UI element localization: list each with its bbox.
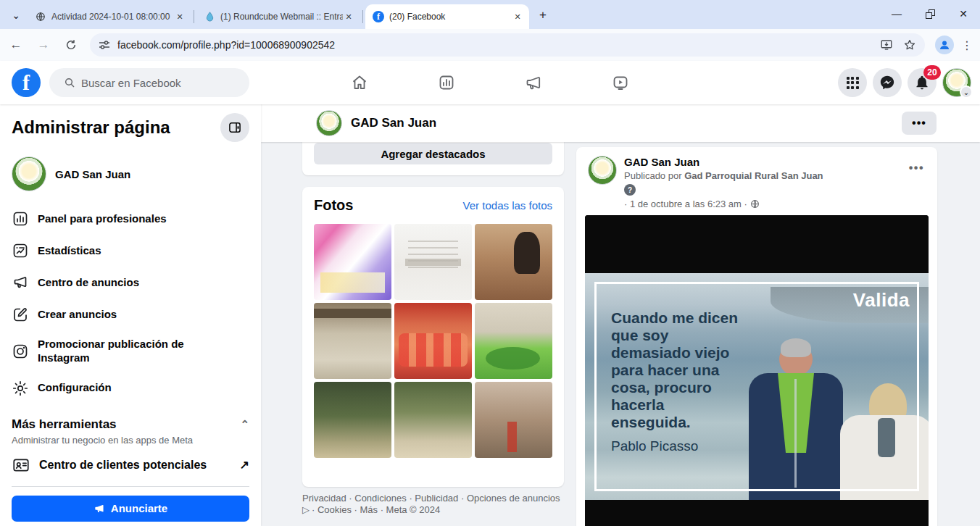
facebook-header-right: 20 ⌄ [838, 68, 971, 97]
window-controls: — ✕ [880, 0, 980, 28]
photo-thumbnail[interactable] [314, 224, 391, 300]
sidebar-item-label: Promocionar publicación de Instagram [38, 338, 219, 365]
url-text[interactable]: facebook.com/profile.php?id=100068900902… [117, 39, 880, 51]
create-pencil-icon [12, 306, 29, 323]
photos-title: Fotos [314, 197, 353, 214]
new-tab-button[interactable]: + [533, 6, 552, 25]
facebook-logo[interactable]: f [12, 68, 41, 97]
browser-profile-avatar[interactable] [935, 36, 954, 54]
sidebar-item-promocionar-instagram[interactable]: Promocionar publicación de Instagram [12, 330, 249, 372]
install-app-icon[interactable] [880, 38, 893, 51]
messenger-button[interactable] [873, 68, 902, 97]
bookmark-star-icon[interactable] [903, 38, 916, 51]
see-all-photos-link[interactable]: Ver todas las fotos [463, 199, 552, 212]
photos-card: Fotos Ver todas las fotos [302, 187, 564, 487]
post-author-name[interactable]: GAD San Juan [624, 156, 823, 168]
post-timestamp[interactable]: · 1 de octubre a las 6:23 am · [624, 199, 747, 209]
more-tools-section: Más herramientas ⌃ Administrar tu negoci… [12, 417, 249, 475]
tab-separator [362, 10, 363, 23]
tab-actividad[interactable]: Actividad 2024-10-01 08:00:00 ✕ [28, 4, 191, 29]
sidebar-item-configuracion[interactable]: Configuración [12, 372, 249, 404]
apps-menu-button[interactable] [838, 68, 867, 97]
close-window-button[interactable]: ✕ [947, 0, 980, 28]
question-badge-icon[interactable]: ? [624, 184, 636, 196]
tab-close-icon[interactable]: ✕ [174, 11, 186, 22]
admin-sidebar: Administrar página GAD San Juan Panel pa… [0, 104, 261, 526]
profile-avatar[interactable]: ⌄ [942, 68, 971, 97]
photo-thumbnail[interactable] [475, 224, 552, 300]
forward-button[interactable]: → [32, 33, 55, 57]
browser-toolbar: ← → facebook.com/profile.php?id=10006890… [0, 29, 980, 61]
external-link-icon: ↗ [240, 458, 249, 472]
post-card: GAD San Juan Publicado por Gad Parroquia… [576, 147, 937, 526]
photo-thumbnail[interactable] [394, 303, 472, 379]
footer-links-line1[interactable]: Privacidad · Condiciones · Publicidad · … [302, 493, 560, 504]
advertise-button-label: Anunciarte [111, 502, 167, 514]
contact-card-icon [12, 456, 30, 475]
minimize-button[interactable]: — [880, 0, 913, 28]
ads-megaphone-icon[interactable] [525, 74, 542, 91]
roundcube-drop-icon [204, 11, 215, 22]
chevron-down-icon: ⌄ [960, 85, 973, 99]
more-tools-subtitle: Administrar tu negocio en las apps de Me… [12, 435, 249, 446]
tab-facebook-active[interactable]: f (20) Facebook ✕ [365, 4, 529, 29]
video-icon[interactable] [612, 74, 629, 91]
insights-icon [12, 242, 29, 259]
tab-title: (20) Facebook [389, 12, 512, 22]
gear-icon [12, 380, 29, 397]
sidebar-item-label: Configuración [38, 381, 112, 395]
browser-menu-icon[interactable]: ⋮ [961, 38, 973, 52]
photo-thumbnail[interactable] [394, 382, 472, 458]
sidebar-item-estadisticas[interactable]: Estadísticas [12, 235, 249, 267]
post-menu-button[interactable]: ••• [909, 162, 924, 175]
post-image[interactable]: Valida Cuando me dicen que soy demasiado… [585, 215, 929, 526]
sidebar-item-label: Crear anuncios [38, 308, 117, 322]
photo-thumbnail[interactable] [314, 382, 391, 458]
add-highlights-button[interactable]: Agregar destacados [314, 143, 552, 164]
sidebar-item-panel-profesionales[interactable]: Panel para profesionales [12, 203, 249, 235]
tab-search-button[interactable]: ⌄ [6, 5, 26, 25]
restore-button[interactable] [913, 0, 947, 28]
photo-thumbnail[interactable] [475, 303, 552, 379]
back-button[interactable]: ← [4, 33, 28, 57]
advertise-button[interactable]: Anunciarte [12, 496, 249, 522]
chevron-up-icon[interactable]: ⌃ [240, 418, 249, 431]
site-settings-icon[interactable] [99, 39, 110, 51]
sidebar-title: Administrar página [12, 117, 170, 138]
post-header: GAD San Juan Publicado por Gad Parroquia… [576, 147, 937, 209]
dashboard-icon [12, 210, 29, 227]
sidebar-page-row[interactable]: GAD San Juan [12, 152, 249, 196]
more-tools-title: Más herramientas [12, 417, 117, 432]
tab-roundcube[interactable]: (1) Roundcube Webmail :: Entra ✕ [196, 4, 360, 29]
professional-dashboard-icon[interactable] [438, 74, 455, 91]
tab-close-icon[interactable]: ✕ [512, 11, 523, 22]
tab-close-icon[interactable]: ✕ [343, 11, 354, 22]
megaphone-icon [12, 274, 29, 291]
notifications-button[interactable]: 20 [908, 68, 937, 97]
published-by-page[interactable]: Gad Parroquial Rural San Juan [684, 170, 823, 181]
photo-thumbnail[interactable] [314, 303, 391, 379]
page-more-button[interactable]: ••• [902, 112, 937, 135]
browser-titlebar: ⌄ Actividad 2024-10-01 08:00:00 ✕ (1) Ro… [0, 0, 980, 29]
post-author-avatar[interactable] [588, 156, 617, 185]
tab-title: (1) Roundcube Webmail :: Entra [220, 12, 343, 22]
page-header-name: GAD San Juan [351, 116, 436, 130]
collapse-sidebar-button[interactable] [220, 113, 249, 142]
footer-links-line2[interactable]: · Cookies · Más · Meta © 2024 [312, 504, 440, 516]
quote-attribution: Pablo Picasso [611, 438, 698, 454]
reload-button[interactable] [59, 33, 83, 57]
home-icon[interactable] [351, 74, 368, 91]
sidebar-item-crear-anuncios[interactable]: Crear anuncios [12, 299, 249, 330]
published-by-prefix: Publicado por [624, 170, 682, 181]
url-bar[interactable]: facebook.com/profile.php?id=100068900902… [90, 33, 925, 57]
sidebar-item-centro-anuncios[interactable]: Centro de anuncios [12, 267, 249, 299]
sidebar-item-label: Estadísticas [38, 244, 101, 258]
facebook-search-input[interactable]: Buscar en Facebook [49, 68, 249, 97]
sidebar-item-centro-clientes[interactable]: Centro de clientes potenciales ↗ [12, 456, 249, 475]
photo-thumbnail[interactable] [394, 224, 472, 300]
tab-title: Actividad 2024-10-01 08:00:00 [51, 12, 174, 22]
page-footer-links: Privacidad · Condiciones · Publicidad · … [302, 493, 564, 517]
page-header-avatar[interactable] [316, 110, 342, 136]
photo-thumbnail[interactable] [475, 382, 552, 458]
sidebar-item-label: Centro de clientes potenciales [39, 459, 207, 472]
